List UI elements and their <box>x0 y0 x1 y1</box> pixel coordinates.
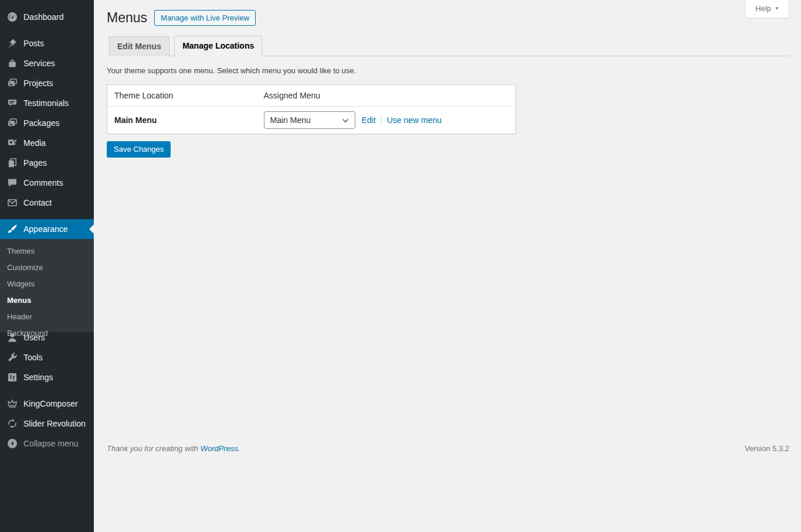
sidebar-item-tools[interactable]: Tools <box>0 347 94 367</box>
column-header-assigned-menu: Assigned Menu <box>257 85 516 107</box>
pages-icon <box>6 157 18 169</box>
menu-separator <box>0 387 94 394</box>
help-label: Help <box>755 4 771 13</box>
sidebar-item-posts[interactable]: Posts <box>0 33 94 53</box>
crown-icon <box>6 398 18 410</box>
media-icon <box>6 137 18 149</box>
submenu-item-themes[interactable]: Themes <box>0 243 94 260</box>
tab-manage-locations[interactable]: Manage Locations <box>174 36 262 56</box>
sidebar-item-appearance[interactable]: Appearance <box>0 219 94 239</box>
sidebar-item-label: Posts <box>23 39 44 48</box>
sidebar-item-label: Dashboard <box>23 12 64 22</box>
chevron-down-icon: ▼ <box>775 6 779 11</box>
wordpress-admin: Dashboard Posts Services Projects <box>0 0 801 532</box>
footer-period: . <box>238 444 240 453</box>
theme-locations-description: Your theme supports one menu. Select whi… <box>107 66 789 75</box>
sidebar-item-testimonials[interactable]: Testimonials <box>0 93 94 113</box>
assigned-menu-cell: Main Menu Edit Use new menu <box>264 111 509 129</box>
sidebar-item-label: Tools <box>23 353 43 362</box>
menu-separator <box>0 27 94 33</box>
sidebar-item-label: Media <box>23 138 46 148</box>
submenu-item-background[interactable]: Background <box>0 325 94 332</box>
footer-thanks-prefix: Thank you for creating with <box>107 444 201 453</box>
page-title: Menus <box>107 9 147 26</box>
table-row: Main Menu Main Menu Edit <box>107 107 516 134</box>
sidebar-item-label: Services <box>23 59 55 68</box>
sidebar-item-label: Collapse menu <box>23 439 78 448</box>
sidebar-item-label: Testimonials <box>23 98 69 108</box>
sidebar-item-label: Appearance <box>23 224 68 234</box>
wrench-icon <box>6 352 18 363</box>
collapse-menu-button[interactable]: Collapse menu <box>0 434 94 453</box>
selected-menu-value: Main Menu <box>270 115 311 125</box>
submenu-item-header[interactable]: Header <box>0 309 94 325</box>
submenu-item-menus[interactable]: Menus <box>0 292 94 309</box>
footer-thanks-text: Thank you for creating with WordPress. <box>107 444 240 453</box>
admin-menu: Dashboard Posts Services Projects <box>0 0 94 453</box>
manage-with-live-preview-button[interactable]: Manage with Live Preview <box>154 10 256 26</box>
theme-location-name: Main Menu <box>114 115 157 125</box>
submenu-item-customize[interactable]: Customize <box>0 260 94 276</box>
testimonial-icon <box>6 97 18 109</box>
table-header-row: Theme Location Assigned Menu <box>107 85 516 107</box>
collapse-arrow-icon <box>6 438 18 449</box>
sidebar-item-label: KingComposer <box>23 399 78 408</box>
link-divider <box>381 115 382 125</box>
menu-locations-table: Theme Location Assigned Menu Main Menu M… <box>107 84 516 134</box>
sidebar-item-label: Comments <box>23 178 63 187</box>
sidebar-item-label: Packages <box>23 118 59 128</box>
assigned-menu-select[interactable]: Main Menu <box>264 111 355 129</box>
appearance-submenu: Themes Customize Widgets Menus Header Ba… <box>0 239 94 332</box>
bag-icon <box>6 57 18 69</box>
page-header: Menus Manage with Live Preview <box>107 0 789 26</box>
help-button[interactable]: Help ▼ <box>745 0 789 18</box>
admin-sidebar: Dashboard Posts Services Projects <box>0 0 94 532</box>
nav-tabs: Edit Menus Manage Locations <box>107 36 789 56</box>
sidebar-item-settings[interactable]: Settings <box>0 367 94 387</box>
envelope-icon <box>6 197 18 209</box>
sidebar-item-slider-revolution[interactable]: Slider Revolution <box>0 414 94 434</box>
sidebar-item-comments[interactable]: Comments <box>0 173 94 193</box>
sidebar-item-contact[interactable]: Contact <box>0 193 94 213</box>
tab-edit-menus[interactable]: Edit Menus <box>109 36 169 56</box>
sliders-icon <box>6 371 18 383</box>
wordpress-link[interactable]: WordPress <box>201 444 238 453</box>
gallery-icon <box>6 117 18 129</box>
sidebar-item-packages[interactable]: Packages <box>0 113 94 133</box>
sidebar-item-label: Pages <box>23 158 47 168</box>
sidebar-item-services[interactable]: Services <box>0 53 94 73</box>
admin-footer: Thank you for creating with WordPress. V… <box>107 444 789 453</box>
sidebar-item-dashboard[interactable]: Dashboard <box>0 7 94 27</box>
sidebar-item-label: Settings <box>23 373 53 382</box>
use-new-menu-link[interactable]: Use new menu <box>387 115 442 125</box>
brush-icon <box>6 223 18 235</box>
sidebar-item-label: Projects <box>23 79 53 88</box>
edit-menu-link[interactable]: Edit <box>362 115 376 125</box>
column-header-theme-location: Theme Location <box>107 85 257 107</box>
gallery-icon <box>6 77 18 89</box>
content-area: Help ▼ Menus Manage with Live Preview Ed… <box>94 0 801 532</box>
row-links: Edit Use new menu <box>362 115 442 125</box>
menu-separator <box>0 213 94 219</box>
pushpin-icon <box>6 37 18 49</box>
comment-icon <box>6 177 18 189</box>
chevron-down-icon <box>342 115 349 125</box>
save-changes-button[interactable]: Save Changes <box>107 141 171 158</box>
dashboard-icon <box>6 11 18 23</box>
sidebar-item-media[interactable]: Media <box>0 133 94 153</box>
slider-revolution-icon <box>6 418 18 429</box>
sidebar-item-kingcomposer[interactable]: KingComposer <box>0 394 94 414</box>
sidebar-item-pages[interactable]: Pages <box>0 153 94 173</box>
sidebar-item-label: Contact <box>23 198 52 207</box>
sidebar-item-projects[interactable]: Projects <box>0 73 94 93</box>
version-text: Version 5.3.2 <box>745 444 789 453</box>
sidebar-item-label: Slider Revolution <box>23 419 86 428</box>
submenu-item-widgets[interactable]: Widgets <box>0 276 94 292</box>
